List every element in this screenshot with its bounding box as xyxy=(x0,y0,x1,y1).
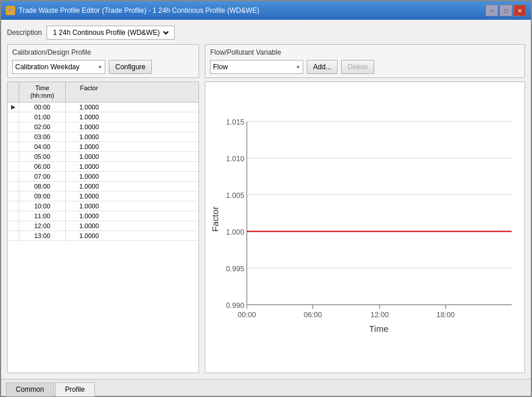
tab-bar: Common Profile xyxy=(1,379,531,396)
flow-dropdown-arrow: ▼ xyxy=(296,65,300,70)
table-row[interactable]: 03:00 1.0000 xyxy=(8,132,198,142)
row-arrow xyxy=(8,112,19,122)
row-arrow xyxy=(8,231,19,240)
table-row[interactable]: 07:00 1.0000 xyxy=(8,172,198,182)
table-row[interactable]: 05:00 1.0000 xyxy=(8,152,198,162)
row-factor: 1.0000 xyxy=(66,182,112,191)
app-icon: 🔧 xyxy=(6,6,15,15)
row-time: 07:00 xyxy=(19,172,66,181)
table-row[interactable]: 01:00 1.0000 xyxy=(8,112,198,122)
row-arrow xyxy=(8,172,19,181)
table-row[interactable]: 10:00 1.0000 xyxy=(8,201,198,211)
row-arrow xyxy=(8,132,19,141)
row-time: 04:00 xyxy=(19,142,66,151)
tab-common[interactable]: Common xyxy=(6,382,54,396)
row-arrow xyxy=(8,192,19,201)
delete-button[interactable]: Delete xyxy=(341,60,374,74)
close-button[interactable]: ✕ xyxy=(513,5,526,16)
th-factor: Factor xyxy=(66,82,112,102)
row-time: 02:00 xyxy=(19,122,66,132)
svg-text:00:00: 00:00 xyxy=(237,311,256,319)
row-time: 03:00 xyxy=(19,132,66,141)
flow-group: Flow/Pollutant Variable Flow ▼ Add... De… xyxy=(205,44,525,78)
row-factor: 1.0000 xyxy=(66,231,112,240)
th-arrow-col xyxy=(8,82,19,102)
row-time: 11:00 xyxy=(19,211,66,221)
table-header: Time(hh:mm) Factor xyxy=(8,82,198,102)
svg-text:1.015: 1.015 xyxy=(226,118,244,126)
tab-profile[interactable]: Profile xyxy=(55,382,95,396)
calibration-dropdown-arrow: ▼ xyxy=(98,65,102,70)
row-arrow xyxy=(8,211,19,221)
description-dropdown[interactable]: 1 24h Continous Profile (WD&WE) xyxy=(47,26,175,40)
table-row[interactable]: 08:00 1.0000 xyxy=(8,182,198,192)
row-factor: 1.0000 xyxy=(66,162,112,171)
main-window: 🔧 Trade Waste Profile Editor (Trade Prof… xyxy=(0,0,532,397)
svg-text:18:00: 18:00 xyxy=(437,311,455,319)
row-arrow: ▶ xyxy=(8,102,19,112)
row-arrow xyxy=(8,221,19,231)
data-table: Time(hh:mm) Factor ▶ 00:00 1.0000 01:00 … xyxy=(7,81,199,373)
svg-text:1.000: 1.000 xyxy=(226,228,244,236)
description-label: Description xyxy=(7,29,42,37)
svg-text:Time: Time xyxy=(369,324,389,334)
row-factor: 1.0000 xyxy=(66,211,112,221)
svg-text:0.990: 0.990 xyxy=(226,302,244,310)
calibration-selected: Calibration Weekday xyxy=(15,63,80,71)
row-time: 01:00 xyxy=(19,112,66,122)
chart-area: Factor 1.015 1.010 xyxy=(205,81,525,373)
table-row[interactable]: 12:00 1.0000 xyxy=(8,221,198,231)
row-time: 05:00 xyxy=(19,152,66,161)
title-bar-left: 🔧 Trade Waste Profile Editor (Trade Prof… xyxy=(6,6,259,15)
row-arrow xyxy=(8,122,19,132)
table-row[interactable]: 13:00 1.0000 xyxy=(8,231,198,241)
row-arrow xyxy=(8,162,19,171)
row-time: 12:00 xyxy=(19,221,66,231)
row-factor: 1.0000 xyxy=(66,132,112,141)
main-panels: Calibration/Design Profile Calibration W… xyxy=(7,44,525,373)
row-time: 10:00 xyxy=(19,201,66,211)
row-arrow xyxy=(8,152,19,161)
svg-text:0.995: 0.995 xyxy=(226,265,244,273)
title-buttons: ─ □ ✕ xyxy=(485,5,526,16)
svg-text:12:00: 12:00 xyxy=(370,311,389,319)
table-body[interactable]: ▶ 00:00 1.0000 01:00 1.0000 02:00 1.0000… xyxy=(8,102,198,373)
table-row[interactable]: ▶ 00:00 1.0000 xyxy=(8,102,198,112)
flow-row: Flow ▼ Add... Delete xyxy=(210,60,520,74)
row-time: 08:00 xyxy=(19,182,66,191)
table-row[interactable]: 11:00 1.0000 xyxy=(8,211,198,221)
table-row[interactable]: 04:00 1.0000 xyxy=(8,142,198,152)
row-factor: 1.0000 xyxy=(66,201,112,211)
row-arrow xyxy=(8,142,19,151)
right-panel: Flow/Pollutant Variable Flow ▼ Add... De… xyxy=(205,44,525,373)
row-factor: 1.0000 xyxy=(66,142,112,151)
add-button[interactable]: Add... xyxy=(307,60,338,74)
table-row[interactable]: 06:00 1.0000 xyxy=(8,162,198,172)
table-row[interactable]: 02:00 1.0000 xyxy=(8,122,198,132)
row-time: 06:00 xyxy=(19,162,66,171)
row-factor: 1.0000 xyxy=(66,192,112,201)
svg-text:06:00: 06:00 xyxy=(304,311,322,319)
row-factor: 1.0000 xyxy=(66,152,112,161)
row-factor: 1.0000 xyxy=(66,122,112,132)
svg-text:1.010: 1.010 xyxy=(226,155,244,163)
row-time: 13:00 xyxy=(19,231,66,240)
calibration-title: Calibration/Design Profile xyxy=(12,48,194,56)
svg-text:Factor: Factor xyxy=(210,207,220,232)
description-select[interactable]: 1 24h Continous Profile (WD&WE) xyxy=(51,28,171,37)
flow-dropdown[interactable]: Flow ▼ xyxy=(210,60,303,74)
calibration-dropdown[interactable]: Calibration Weekday ▼ xyxy=(12,60,105,74)
row-factor: 1.0000 xyxy=(66,221,112,231)
title-bar: 🔧 Trade Waste Profile Editor (Trade Prof… xyxy=(1,1,531,20)
row-time: 00:00 xyxy=(19,102,66,112)
left-panel: Calibration/Design Profile Calibration W… xyxy=(7,44,199,373)
table-row[interactable]: 09:00 1.0000 xyxy=(8,192,198,201)
main-content: Description 1 24h Continous Profile (WD&… xyxy=(1,20,531,379)
maximize-button[interactable]: □ xyxy=(499,5,512,16)
row-factor: 1.0000 xyxy=(66,102,112,112)
configure-button[interactable]: Configure xyxy=(109,60,152,74)
calibration-group: Calibration/Design Profile Calibration W… xyxy=(7,44,199,78)
minimize-button[interactable]: ─ xyxy=(485,5,498,16)
description-row: Description 1 24h Continous Profile (WD&… xyxy=(7,26,525,40)
flow-selected: Flow xyxy=(213,63,228,71)
